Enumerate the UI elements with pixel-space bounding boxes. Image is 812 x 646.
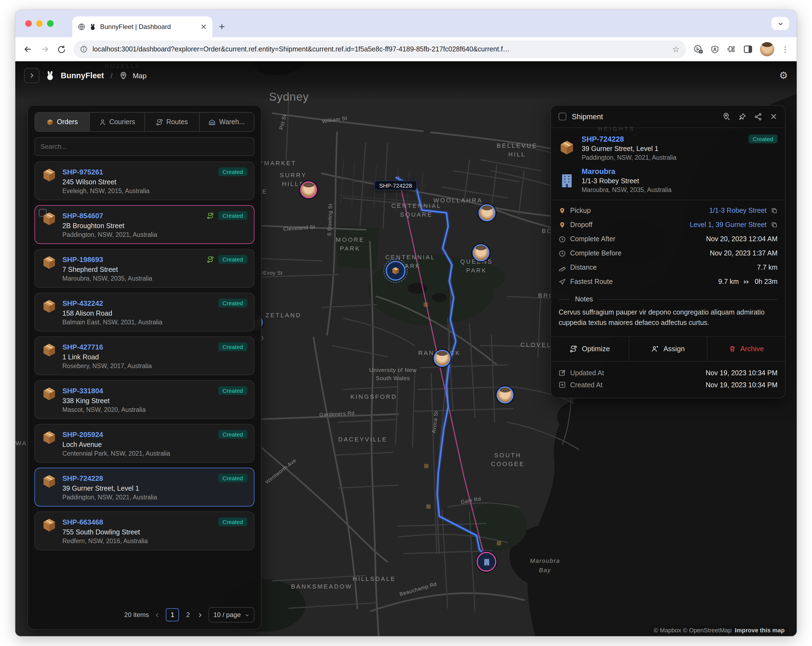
close-window-button[interactable] (25, 20, 32, 27)
courier-marker[interactable] (473, 244, 490, 261)
order-id[interactable]: SHP-427716 (63, 343, 103, 351)
archive-button[interactable]: Archive (708, 337, 785, 361)
courier-marker[interactable] (496, 387, 513, 404)
copy-icon[interactable] (771, 207, 777, 214)
tab-close-icon[interactable]: ✕ (200, 23, 207, 30)
tab-search-chevron-icon[interactable] (771, 17, 789, 30)
meta-label: Updated At (570, 369, 604, 377)
notes-divider: Notes (559, 296, 777, 303)
pagination-prev-icon[interactable] (154, 612, 160, 618)
cookie-blocker-icon[interactable] (693, 44, 703, 54)
brand-name[interactable]: BunnyFleet (61, 71, 104, 80)
order-id[interactable]: SHP-854607 (63, 212, 103, 219)
order-card[interactable]: SHP-205924Created Loch Avenue Centennial… (35, 424, 255, 463)
order-card[interactable]: SHP-432242Created 158 Alison Road Balmai… (35, 293, 255, 332)
trash-icon (729, 346, 736, 352)
order-card-selected[interactable]: SHP-724228Created 39 Gurner Street, Leve… (35, 468, 255, 506)
settings-gear-icon[interactable]: ⚙ (779, 70, 788, 81)
reload-button[interactable] (57, 44, 66, 54)
pagination-next-icon[interactable] (197, 612, 203, 618)
order-card[interactable]: SHP-854607 Created 2B Broughton Street P… (35, 205, 255, 244)
courier-marker[interactable] (478, 204, 496, 221)
destination-name-link[interactable]: Maroubra (582, 168, 615, 175)
order-address: 1 Link Road (63, 353, 247, 361)
detail-label: Pickup (570, 207, 591, 215)
map-label-kingsford: KINGSFORD (351, 393, 397, 400)
maximize-window-button[interactable] (47, 20, 53, 27)
order-id[interactable]: SHP-663468 (63, 518, 103, 526)
breadcrumb-map[interactable]: Map (133, 72, 147, 79)
locate-on-map-icon[interactable] (722, 112, 731, 121)
pickup-icon (559, 207, 566, 214)
bookmark-star-icon[interactable]: ☆ (672, 44, 679, 54)
pagination-total: 20 items (124, 611, 149, 619)
detail-value-distance: 9.7 km (719, 278, 739, 285)
order-checkbox[interactable] (39, 209, 46, 216)
optimize-button[interactable]: Optimize (551, 337, 629, 361)
order-id[interactable]: SHP-975261 (63, 168, 103, 176)
page-size-select[interactable]: 10 / page (209, 607, 255, 623)
package-icon (41, 168, 57, 183)
edit-icon (559, 370, 566, 376)
shipment-id-link[interactable]: SHP-724228 (582, 135, 624, 143)
shipment-checkbox[interactable] (559, 113, 566, 120)
order-card[interactable]: SHP-198693 Created 7 Shepherd Street Mar… (35, 249, 255, 288)
site-info-icon[interactable] (80, 46, 87, 53)
poi-dot (497, 541, 501, 545)
order-id[interactable]: SHP-432242 (63, 299, 103, 307)
browser-menu-icon[interactable]: ⋮ (781, 45, 789, 53)
pin-icon[interactable] (738, 113, 746, 120)
pagination: 20 items 1 2 10 / page (35, 607, 255, 623)
tab-orders[interactable]: Orders (35, 113, 90, 131)
building-icon (482, 558, 490, 566)
sidebar-toggle-button[interactable] (24, 68, 40, 83)
detail-value-duration: 0h 23m (755, 278, 777, 285)
order-id[interactable]: SHP-205924 (63, 430, 103, 439)
order-id[interactable]: SHP-198693 (63, 255, 103, 264)
extensions-puzzle-icon[interactable] (727, 44, 736, 54)
minimize-window-button[interactable] (36, 20, 43, 27)
meta-value: Nov 19, 2023 10:34 PM (705, 381, 777, 389)
close-icon[interactable] (770, 113, 777, 120)
shipment-summary: SHP-724228Created 39 Gurner Street, Leve… (559, 134, 777, 161)
order-card[interactable]: SHP-427716Created 1 Link Road Rosebery, … (35, 337, 255, 375)
order-card[interactable]: SHP-975261Created 245 Wilson Street Evel… (35, 162, 255, 200)
address-bar[interactable]: localhost:3001/dashboard?explorer=Order&… (73, 41, 686, 58)
browser-window: BunnyFleet | Dashboard ✕ + localhost:300… (15, 10, 797, 636)
order-address: 338 King Street (63, 397, 247, 405)
order-city: Mascot, NSW, 2020, Australia (63, 407, 247, 413)
improve-map-link[interactable]: Improve this map (735, 627, 785, 634)
copy-icon[interactable] (771, 221, 777, 228)
courier-marker[interactable] (433, 350, 450, 367)
destination-building-marker[interactable] (476, 552, 496, 571)
pagination-page-2[interactable]: 2 (185, 611, 191, 619)
search-input[interactable] (35, 137, 255, 156)
order-card[interactable]: SHP-663468Created 755 South Dowling Stre… (35, 512, 255, 550)
destination-city: Maroubra, NSW, 2035, Australia (582, 186, 777, 193)
order-id[interactable]: SHP-724228 (63, 474, 103, 482)
tab-warehouses[interactable]: Wareh... (200, 113, 254, 131)
shipment-marker[interactable] (386, 261, 406, 280)
forward-button[interactable] (40, 44, 50, 54)
new-tab-button[interactable]: + (219, 21, 225, 33)
shipment-marker-label[interactable]: SHP-724228 (374, 180, 417, 190)
courier-marker[interactable] (300, 181, 317, 198)
dropoff-address-link[interactable]: Level 1, 39 Gurner Street (690, 221, 766, 229)
share-icon[interactable] (754, 113, 762, 120)
tab-routes[interactable]: Routes (145, 113, 200, 131)
browser-tab[interactable]: BunnyFleet | Dashboard ✕ (72, 17, 212, 37)
order-id[interactable]: SHP-331804 (63, 387, 103, 395)
attribution-text[interactable]: © Mapbox © OpenStreetMap (654, 627, 731, 634)
privacy-shield-icon[interactable] (710, 44, 719, 54)
assign-button[interactable]: Assign (629, 337, 708, 361)
detail-row-complete-after: Complete After Nov 20, 2023 12:04 AM (559, 232, 777, 246)
side-panel-icon[interactable] (743, 44, 753, 54)
profile-avatar[interactable] (760, 42, 774, 56)
url-text[interactable]: localhost:3001/dashboard?explorer=Order&… (93, 46, 667, 53)
pickup-address-link[interactable]: 1/1-3 Robey Street (709, 207, 766, 215)
order-card[interactable]: SHP-331804Created 338 King Street Mascot… (35, 380, 255, 419)
pagination-page-1[interactable]: 1 (166, 608, 179, 622)
status-badge: Created (218, 255, 247, 264)
back-button[interactable] (23, 44, 33, 54)
tab-couriers[interactable]: Couriers (90, 113, 145, 131)
